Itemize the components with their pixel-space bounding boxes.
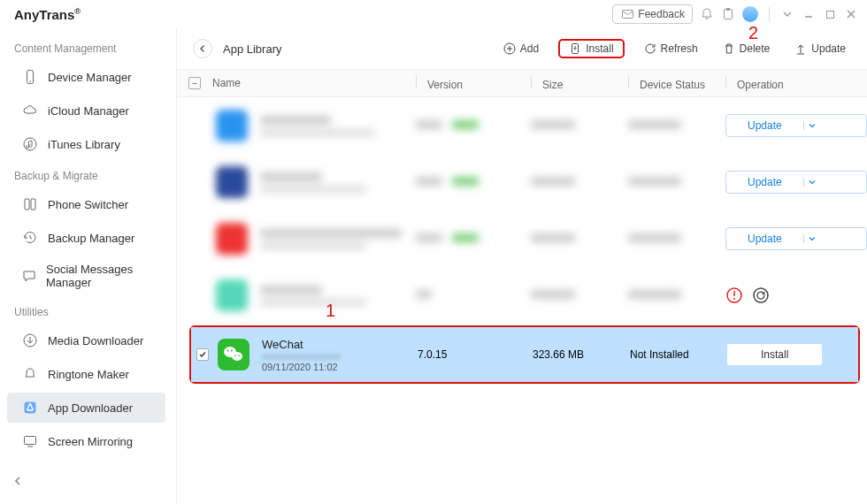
chevron-down-icon[interactable] bbox=[780, 7, 794, 21]
chevron-down-icon[interactable] bbox=[803, 121, 821, 130]
column-size[interactable]: Size bbox=[531, 76, 628, 91]
table-row[interactable]: Update bbox=[177, 154, 867, 210]
app-name: WeChat bbox=[262, 338, 341, 351]
delete-button[interactable]: Delete bbox=[717, 40, 776, 57]
ringtone-icon bbox=[21, 365, 39, 383]
sidebar-item-label: Media Downloader bbox=[48, 334, 143, 347]
page-title: App Library bbox=[223, 42, 281, 56]
sidebar-item-device-manager[interactable]: Device Manager bbox=[7, 62, 165, 92]
main-panel: 2 App Library Add Install Refresh bbox=[177, 28, 867, 504]
refresh-button[interactable]: Refresh bbox=[639, 40, 703, 57]
sidebar-item-media-downloader[interactable]: Media Downloader bbox=[7, 325, 165, 355]
svg-point-5 bbox=[29, 80, 31, 82]
table-row[interactable]: Update bbox=[177, 97, 867, 154]
sidebar-item-label: Phone Switcher bbox=[48, 198, 128, 211]
chevron-left-icon[interactable] bbox=[9, 472, 27, 490]
selected-row-highlight: WeChat 09/11/2020 11:02 7.0.15 323.66 MB… bbox=[189, 325, 860, 384]
app-version: 7.0.15 bbox=[418, 348, 533, 361]
svg-point-22 bbox=[238, 355, 240, 356]
add-button[interactable]: Add bbox=[498, 40, 544, 57]
install-button[interactable]: Install bbox=[558, 39, 624, 58]
back-button[interactable] bbox=[193, 39, 212, 58]
retry-icon[interactable] bbox=[752, 286, 770, 304]
svg-rect-3 bbox=[826, 11, 833, 18]
update-button[interactable]: Update bbox=[789, 40, 851, 57]
toolbar-label: Install bbox=[586, 42, 613, 55]
sidebar-item-label: Device Manager bbox=[48, 71, 132, 84]
sidebar-item-label: iCloud Manager bbox=[48, 104, 129, 118]
svg-point-16 bbox=[754, 288, 768, 302]
sidebar-item-label: Ringtone Maker bbox=[48, 368, 129, 381]
device-icon bbox=[21, 68, 39, 86]
sidebar-item-label: Backup Manager bbox=[48, 232, 134, 245]
annotation-1: 1 bbox=[326, 301, 335, 321]
sidebar-group-content: Content Management bbox=[0, 34, 171, 60]
svg-rect-1 bbox=[725, 10, 733, 19]
mail-icon bbox=[620, 7, 634, 21]
column-status[interactable]: Device Status bbox=[628, 76, 725, 91]
mirroring-icon bbox=[21, 432, 39, 450]
row-update-button[interactable]: Update bbox=[725, 227, 867, 250]
sidebar-group-backup: Backup & Migrate bbox=[0, 161, 171, 187]
svg-point-6 bbox=[24, 138, 36, 150]
wechat-icon bbox=[218, 339, 249, 370]
app-date: 09/11/2020 11:02 bbox=[262, 362, 341, 372]
sidebar-item-ringtone-maker[interactable]: Ringtone Maker bbox=[7, 359, 165, 389]
sidebar-item-label: Social Messages Manager bbox=[46, 263, 155, 289]
sidebar-item-backup-manager[interactable]: Backup Manager bbox=[7, 223, 165, 253]
svg-point-15 bbox=[733, 298, 735, 300]
annotation-2: 2 bbox=[748, 23, 758, 43]
toolbar-label: Refresh bbox=[661, 42, 698, 55]
table-row-selected[interactable]: WeChat 09/11/2020 11:02 7.0.15 323.66 MB… bbox=[191, 327, 858, 382]
avatar[interactable] bbox=[742, 6, 758, 22]
row-update-button[interactable]: Update bbox=[725, 171, 867, 194]
sidebar-item-icloud-manager[interactable]: iCloud Manager bbox=[7, 95, 165, 126]
chat-icon bbox=[21, 267, 37, 285]
sidebar-item-screen-mirroring[interactable]: Screen Mirroring bbox=[7, 426, 165, 456]
toolbar-label: Delete bbox=[740, 42, 771, 55]
close-icon[interactable] bbox=[844, 7, 858, 21]
svg-point-18 bbox=[232, 352, 242, 361]
toolbar-label: Update bbox=[811, 42, 846, 55]
app-status: Not Installed bbox=[630, 348, 727, 361]
warning-icon bbox=[725, 286, 743, 304]
chevron-down-icon[interactable] bbox=[803, 178, 821, 187]
maximize-icon[interactable] bbox=[823, 7, 837, 21]
sidebar-item-app-downloader[interactable]: App Downloader bbox=[7, 393, 165, 423]
minimize-icon[interactable] bbox=[802, 7, 816, 21]
history-icon bbox=[21, 229, 39, 247]
toolbar-label: Add bbox=[520, 42, 539, 55]
svg-rect-8 bbox=[31, 199, 35, 210]
svg-point-21 bbox=[234, 355, 236, 356]
svg-point-20 bbox=[231, 350, 233, 352]
table-header: − Name Version Size Device Status Operat… bbox=[177, 69, 867, 97]
select-all-checkbox[interactable]: − bbox=[188, 77, 201, 89]
separator bbox=[769, 7, 770, 21]
table-row[interactable]: Update bbox=[177, 210, 867, 267]
sidebar-group-utilities: Utilities bbox=[0, 297, 171, 324]
sidebar-item-label: Screen Mirroring bbox=[48, 435, 133, 448]
feedback-label: Feedback bbox=[638, 8, 685, 20]
sidebar-item-label: App Downloader bbox=[48, 401, 133, 415]
switch-icon bbox=[21, 195, 39, 213]
feedback-button[interactable]: Feedback bbox=[612, 4, 693, 24]
row-checkbox[interactable] bbox=[196, 348, 209, 361]
sidebar: Content Management Device Manager iCloud… bbox=[0, 28, 177, 504]
row-update-button[interactable]: Update bbox=[725, 114, 867, 137]
chevron-down-icon[interactable] bbox=[803, 234, 821, 243]
app-size: 323.66 MB bbox=[533, 348, 630, 361]
bell-icon[interactable] bbox=[700, 7, 714, 21]
svg-point-19 bbox=[227, 350, 229, 352]
sidebar-item-phone-switcher[interactable]: Phone Switcher bbox=[7, 189, 165, 219]
clipboard-icon[interactable] bbox=[721, 7, 735, 21]
table-row[interactable] bbox=[177, 267, 867, 324]
svg-rect-11 bbox=[25, 437, 36, 445]
sidebar-item-itunes-library[interactable]: iTunes Library bbox=[7, 129, 165, 159]
column-name[interactable]: Name bbox=[212, 77, 416, 89]
row-install-button[interactable]: Install bbox=[727, 344, 822, 365]
app-title: AnyTrans® bbox=[14, 7, 81, 22]
cloud-icon bbox=[21, 102, 39, 119]
sidebar-item-social-messages[interactable]: Social Messages Manager bbox=[7, 256, 165, 295]
appstore-icon bbox=[21, 399, 39, 416]
column-version[interactable]: Version bbox=[416, 76, 531, 91]
